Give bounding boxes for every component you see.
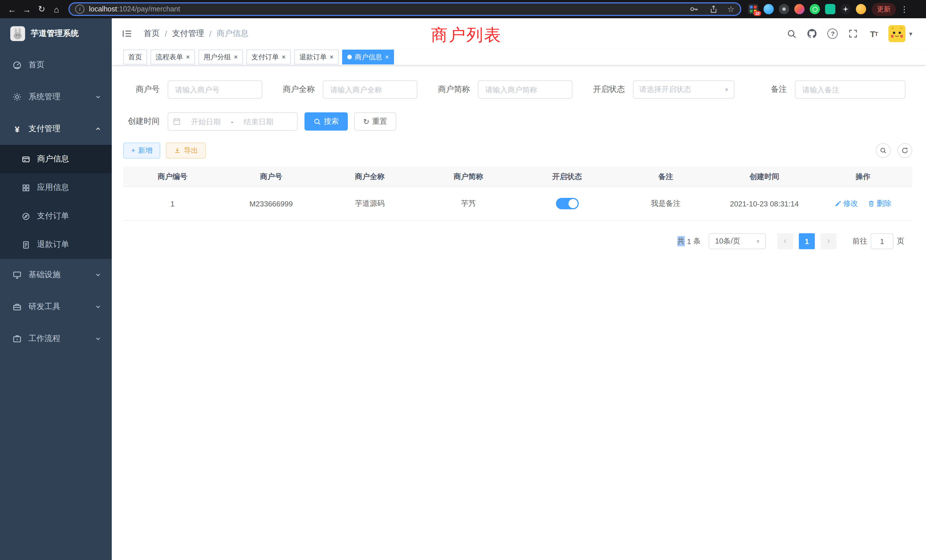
- sidebar-item-refund-order[interactable]: 退款订单: [0, 230, 112, 259]
- sidebar-item-label: 基础设施: [29, 270, 61, 280]
- tab-pay-order[interactable]: 支付订单 ×: [246, 50, 291, 64]
- cell-remark: 我是备注: [616, 187, 715, 220]
- tags-view: 首页 流程表单 × 用户分组 × 支付订单 × 退款订单 ×: [112, 49, 926, 65]
- end-date-input[interactable]: [236, 117, 281, 126]
- site-info-icon[interactable]: i: [75, 5, 85, 14]
- filter-create-time: 创建时间 -: [120, 112, 298, 130]
- close-icon[interactable]: ×: [330, 54, 334, 61]
- page-content: 商户号 商户全称 商户简称 开启状态 请选择开启状态 ▾: [112, 65, 926, 249]
- close-icon[interactable]: ×: [186, 54, 190, 61]
- prev-page-button[interactable]: [777, 233, 793, 249]
- dark-extension-icon[interactable]: [779, 4, 789, 14]
- share-icon[interactable]: [708, 3, 719, 15]
- pikachu-avatar-icon: [889, 25, 906, 42]
- sidebar-item-merchant-info[interactable]: 商户信息: [0, 145, 112, 173]
- date-range-picker[interactable]: -: [168, 112, 298, 130]
- font-size-icon[interactable]: TT: [868, 28, 879, 39]
- button-label: 导出: [184, 146, 198, 155]
- col-header: 操作: [814, 166, 912, 187]
- merchant-name-input[interactable]: [323, 80, 418, 98]
- sidebar-item-pay-order[interactable]: 支付订单: [0, 202, 112, 230]
- sidebar-item-app-info[interactable]: 应用信息: [0, 173, 112, 202]
- browser-menu-icon[interactable]: ⋮: [900, 5, 908, 14]
- search-button[interactable]: 搜索: [304, 112, 348, 130]
- sidebar-item-label: 系统管理: [29, 92, 61, 102]
- close-icon[interactable]: ×: [385, 54, 389, 61]
- refresh-table-icon[interactable]: [897, 143, 912, 158]
- status-select[interactable]: 请选择开启状态 ▾: [633, 80, 734, 98]
- tab-label: 首页: [128, 52, 142, 62]
- tab-user-group[interactable]: 用户分组 ×: [198, 50, 243, 64]
- orange-avatar-extension-icon[interactable]: [856, 4, 866, 14]
- col-header: 商户编号: [123, 166, 222, 187]
- merchant-short-name-input[interactable]: [478, 80, 572, 98]
- browser-back-icon[interactable]: ←: [5, 2, 20, 17]
- user-avatar[interactable]: ▾: [889, 25, 912, 42]
- status-toggle[interactable]: [556, 198, 578, 209]
- avatar-extension-icon[interactable]: [794, 4, 805, 14]
- toggle-search-icon[interactable]: [876, 143, 891, 158]
- browser-update-button[interactable]: 更新: [872, 3, 896, 16]
- green-square-extension-icon[interactable]: [825, 4, 835, 14]
- page-size-select[interactable]: 10条/页 ▾: [709, 233, 766, 249]
- close-icon[interactable]: ×: [282, 54, 286, 61]
- sidebar-item-label: 工作流程: [29, 334, 61, 344]
- merchant-table: 商户编号 商户号 商户全称 商户简称 开启状态 备注 创建时间 操作 1 M23…: [123, 166, 912, 221]
- edit-link[interactable]: 修改: [834, 198, 858, 209]
- tab-refund-order[interactable]: 退款订单 ×: [294, 50, 339, 64]
- toolbox-icon: [12, 302, 22, 311]
- sidebar-item-home[interactable]: 首页: [0, 49, 112, 81]
- tab-merchant-info[interactable]: 商户信息 ×: [342, 50, 394, 64]
- close-icon[interactable]: ×: [234, 54, 238, 61]
- app-header: 首页 / 支付管理 / 商户信息 商户列表 ? TT: [112, 18, 926, 49]
- sidebar-item-infra[interactable]: 基础设施: [0, 259, 112, 291]
- extensions-grid-icon[interactable]: 10: [748, 4, 758, 14]
- reset-button[interactable]: ↻ 重置: [354, 112, 396, 130]
- page-button-1[interactable]: 1: [799, 233, 815, 249]
- browser-forward-icon[interactable]: →: [20, 2, 34, 17]
- breadcrumb-payment[interactable]: 支付管理: [172, 29, 204, 39]
- export-button[interactable]: 导出: [166, 142, 206, 159]
- bookmark-star-icon[interactable]: ☆: [727, 5, 734, 14]
- search-icon[interactable]: [786, 28, 797, 39]
- url-path: :1024/pay/merchant: [117, 5, 180, 13]
- sidebar-item-devtools[interactable]: 研发工具: [0, 291, 112, 323]
- sidebar-item-payment[interactable]: ¥ 支付管理: [0, 113, 112, 145]
- app-logo[interactable]: 芋道管理系统: [0, 18, 112, 49]
- github-icon[interactable]: [806, 28, 818, 39]
- tab-label: 商户信息: [355, 52, 382, 62]
- breadcrumb-separator: /: [165, 29, 167, 38]
- goto-page-input[interactable]: [871, 233, 894, 249]
- date-separator: -: [231, 117, 233, 126]
- logo-rabbit-icon: [10, 26, 25, 41]
- toggle-knob: [568, 199, 577, 208]
- merchant-no-input[interactable]: [168, 80, 262, 98]
- sidebar-item-system[interactable]: 系统管理: [0, 81, 112, 113]
- address-bar[interactable]: i localhost:1024/pay/merchant ☆: [68, 2, 741, 16]
- filter-merchant-no: 商户号: [120, 80, 262, 98]
- tab-process-form[interactable]: 流程表单 ×: [151, 50, 195, 64]
- green-circle-extension-icon[interactable]: [809, 4, 820, 14]
- header-actions: ? TT ▾: [786, 25, 912, 42]
- password-key-icon[interactable]: [688, 3, 700, 15]
- url-text: localhost:1024/pay/merchant: [89, 5, 180, 13]
- delete-link[interactable]: 删除: [868, 198, 891, 209]
- pinwheel-extension-icon[interactable]: [840, 4, 851, 14]
- drop-extension-icon[interactable]: [764, 4, 774, 14]
- next-page-button[interactable]: [820, 233, 837, 249]
- sidebar-item-label: 支付订单: [37, 211, 69, 221]
- add-button[interactable]: + 新增: [123, 142, 160, 159]
- remark-input[interactable]: [795, 80, 905, 98]
- start-date-input[interactable]: [183, 117, 228, 126]
- compass-icon: [22, 212, 30, 220]
- browser-refresh-icon[interactable]: ↻: [34, 2, 49, 17]
- sidebar-item-workflow[interactable]: 工作流程: [0, 323, 112, 355]
- sidebar-collapse-icon[interactable]: [121, 27, 133, 40]
- tab-home[interactable]: 首页: [123, 50, 147, 64]
- select-placeholder: 请选择开启状态: [639, 85, 691, 95]
- fullscreen-icon[interactable]: [847, 28, 859, 39]
- breadcrumb-home[interactable]: 首页: [144, 29, 160, 39]
- browser-home-icon[interactable]: ⌂: [49, 2, 64, 17]
- help-icon[interactable]: ?: [827, 28, 838, 39]
- table-header-row: 商户编号 商户号 商户全称 商户简称 开启状态 备注 创建时间 操作: [123, 166, 912, 187]
